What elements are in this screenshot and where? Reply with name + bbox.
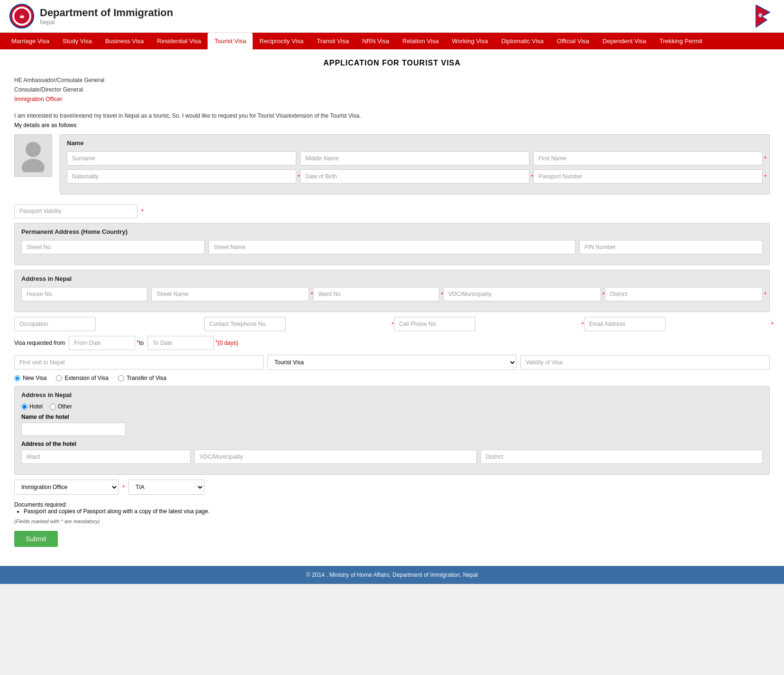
hotel-district-group [481, 450, 763, 464]
nav-item-business-visa[interactable]: Business Visa [99, 33, 150, 49]
to-date-input[interactable] [147, 336, 214, 350]
nepal-house-no-input[interactable] [21, 287, 147, 301]
nav-item-trekking-permit[interactable]: Trekking Permit [653, 33, 709, 49]
tourist-visa-select[interactable]: Tourist Visa Other [267, 355, 517, 370]
other-radio-item[interactable]: Other [50, 403, 72, 410]
tia-select[interactable]: TIA Other [128, 480, 204, 495]
nav-item-transit-visa[interactable]: Transit Visa [310, 33, 356, 49]
nav-item-diplomatic-visa[interactable]: Diplomatic Visa [494, 33, 550, 49]
site-title: Department of Immigration [40, 7, 173, 19]
nepal-district-group: * [605, 287, 763, 301]
first-name-input[interactable] [533, 151, 763, 166]
address-nepal-section: Address in Nepal * * * * [14, 270, 770, 312]
other-radio[interactable] [50, 404, 56, 410]
to-label: to [139, 340, 144, 346]
first-visit-input[interactable] [14, 355, 264, 370]
hotel-ward-group [21, 450, 191, 464]
visa-req-row: Visa requested from * to * (0 days) [14, 336, 770, 350]
hotel-radio-item[interactable]: Hotel [21, 403, 43, 410]
nepal-ward-input[interactable] [313, 287, 439, 301]
transfer-visa-radio[interactable] [118, 375, 124, 381]
perm-street-no-group [21, 240, 205, 254]
from-date-required: * [137, 339, 139, 346]
visa-info-row: Tourist Visa Other [14, 355, 770, 370]
hotel-radio[interactable] [21, 404, 27, 410]
footer: © 2014 . Ministry of Home Affairs, Depar… [0, 566, 784, 584]
nepal-vdc-input[interactable] [443, 287, 601, 301]
passport-validity-input[interactable] [14, 204, 137, 218]
extension-visa-radio-item[interactable]: Extension of Visa [56, 375, 109, 381]
nav-item-residential-visa[interactable]: Residential Visa [150, 33, 208, 49]
new-visa-radio-item[interactable]: New Visa [14, 375, 46, 381]
perm-street-no-input[interactable] [21, 240, 205, 254]
nepal-ward-group: * [313, 287, 439, 301]
hotel-name-input[interactable] [21, 423, 126, 436]
name-inputs-row: * [67, 151, 763, 166]
nav-item-marriage-visa[interactable]: Marriage Visa [5, 33, 56, 49]
nav-item-working-visa[interactable]: Working Visa [445, 33, 494, 49]
immigration-office-select[interactable]: Immigration Office TIA Office Other [14, 480, 119, 495]
nationality-input[interactable] [67, 169, 296, 184]
surname-input[interactable] [67, 151, 296, 166]
page-title: APPLICATION FOR TOURIST VISA [14, 59, 770, 67]
perm-pin-input[interactable] [579, 240, 763, 254]
nav-item-official-visa[interactable]: Official Visa [550, 33, 596, 49]
nav-item-dependent-visa[interactable]: Dependent Visa [596, 33, 653, 49]
hotel-vdc-input[interactable] [194, 450, 476, 464]
from-date-group: * [69, 336, 135, 350]
hotel-address-inputs [21, 450, 763, 464]
occupation-input[interactable] [14, 317, 96, 331]
nav-item-reciprocity-visa[interactable]: Reciprocity Visa [253, 33, 310, 49]
perm-street-name-input[interactable] [209, 240, 575, 254]
intro-line2: Consulate/Director General [14, 86, 770, 93]
svg-point-7 [26, 142, 41, 157]
page-content: APPLICATION FOR TOURIST VISA HE Ambassad… [0, 49, 784, 566]
validity-of-visa-input[interactable] [520, 355, 770, 370]
hotel-district-input[interactable] [481, 450, 763, 464]
passport-validity-required: * [141, 208, 144, 215]
surname-group [67, 151, 296, 166]
intro-line3: Immigration Officer [14, 96, 770, 102]
middle-name-group [300, 151, 529, 166]
hotel-section: Address in Nepal Hotel Other Name of the… [14, 386, 770, 475]
document-item-0: Passport and copies of Passport along wi… [24, 508, 770, 515]
my-details-label: My details are as follows: [14, 122, 770, 129]
extension-visa-radio[interactable] [56, 375, 62, 381]
hotel-type-radio-row: Hotel Other [21, 403, 763, 410]
cell-phone-group: * [394, 317, 580, 331]
name-section: Name * * * [60, 134, 770, 194]
passport-number-input[interactable] [533, 169, 763, 184]
submit-button[interactable]: Submit [14, 531, 58, 547]
nepal-street-name-group: * [151, 287, 309, 301]
transfer-visa-radio-item[interactable]: Transfer of Visa [118, 375, 166, 381]
header: 🏔 Department of Immigration Nepal [0, 0, 784, 33]
nationality-group: * [67, 169, 296, 184]
nav-item-study-visa[interactable]: Study Visa [56, 33, 99, 49]
hotel-addr-label: Address of the hotel [21, 441, 763, 447]
nav-item-tourist-visa[interactable]: Tourist Visa [208, 33, 253, 49]
address-nepal-title: Address in Nepal [21, 275, 763, 282]
extension-visa-label: Extension of Visa [64, 375, 109, 381]
site-subtitle: Nepal [40, 19, 173, 26]
avatar-icon [19, 139, 47, 172]
contact-tel-group: * [204, 317, 391, 331]
new-visa-radio[interactable] [14, 375, 20, 381]
permanent-address-inputs [21, 240, 763, 254]
nepal-district-required: * [764, 291, 766, 298]
nav-item-relation-visa[interactable]: Relation Visa [396, 33, 445, 49]
dob-input[interactable] [300, 169, 529, 184]
to-date-group: * [147, 336, 214, 350]
nav-item-nrn-visa[interactable]: NRN Visa [356, 33, 396, 49]
svg-point-6 [758, 13, 762, 17]
contact-tel-input[interactable] [204, 317, 286, 331]
first-name-group: * [533, 151, 763, 166]
nepal-district-input[interactable] [605, 287, 763, 301]
other-label: Other [58, 403, 72, 410]
cell-phone-input[interactable] [394, 317, 475, 331]
from-date-input[interactable] [69, 336, 135, 350]
email-group: * [584, 317, 770, 331]
nepal-street-name-input[interactable] [151, 287, 309, 301]
hotel-ward-input[interactable] [21, 450, 191, 464]
middle-name-input[interactable] [300, 151, 529, 166]
email-input[interactable] [584, 317, 665, 331]
